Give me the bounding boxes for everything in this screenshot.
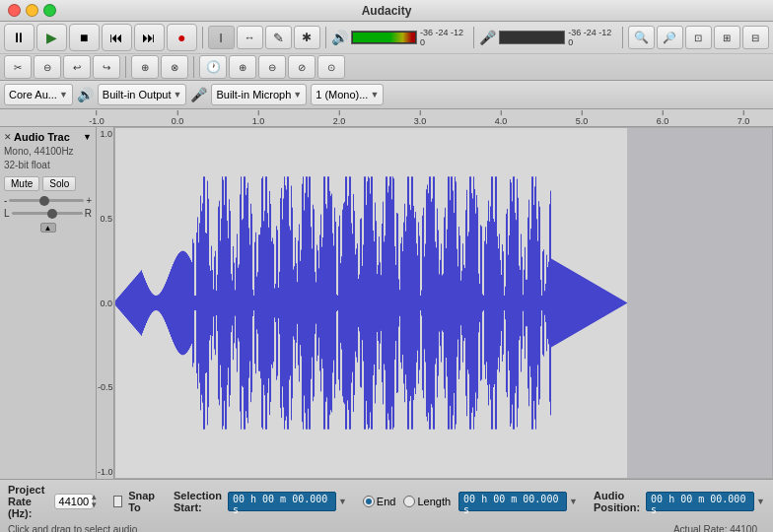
ruler-tick-2: 1.0	[252, 110, 265, 126]
ruler-tick-6: 5.0	[576, 110, 589, 126]
undo-button[interactable]: ↩	[63, 55, 91, 79]
bottom-status-text: Click and drag to select audio	[8, 524, 137, 532]
track-menu-button[interactable]: ▼	[83, 132, 92, 142]
trim-button[interactable]: ✂	[4, 55, 32, 79]
length-radio-text: Length	[417, 496, 451, 507]
track-name: Audio Trac	[14, 131, 81, 143]
pan-slider-thumb[interactable]	[47, 209, 57, 219]
snap-to-checkbox[interactable]	[113, 496, 122, 507]
title-bar: Audacity	[0, 0, 773, 22]
audio-pos-arrow[interactable]: ▼	[756, 497, 765, 506]
gain-minus-label: -	[4, 195, 7, 206]
redo-button[interactable]: ↪	[93, 55, 120, 79]
input-device-value: Built-in Microph	[216, 89, 291, 100]
envelope-tool-button[interactable]: ↔	[237, 26, 263, 49]
mic-icon: 🎤	[479, 30, 496, 45]
clock-icon-btn[interactable]: 🕐	[199, 55, 227, 79]
skip-forward-button[interactable]: ⏭	[134, 24, 165, 51]
input-volume-group: 🎤 -36 -24 -12 0	[479, 28, 616, 47]
channels-dropdown[interactable]: 1 (Mono)... ▼	[311, 84, 384, 105]
toolbar-separator-4	[622, 27, 623, 48]
end-time-group: 00 h 00 m 00.000 s ▼	[458, 492, 578, 511]
y-label-bottom: -1.0	[98, 467, 112, 477]
track-btn-row: Mute Solo	[4, 176, 92, 191]
pan-row: L R	[4, 208, 92, 219]
collapse-track-button[interactable]: ▲	[40, 223, 56, 233]
gain-row: - +	[4, 195, 92, 206]
time-input-arrow[interactable]: ▼	[338, 497, 347, 506]
waveform-display[interactable]	[114, 127, 773, 479]
audio-host-arrow: ▼	[59, 90, 68, 100]
play-button[interactable]: ▶	[36, 24, 67, 51]
device-dropdown-row: Core Au... ▼ 🔊 Built-in Output ▼ 🎤 Built…	[0, 81, 773, 109]
length-radio-label[interactable]: Length	[403, 496, 451, 507]
end-radio-label[interactable]: End	[363, 496, 396, 507]
zoom-waveform2-btn[interactable]: ⊖	[258, 55, 286, 79]
silence-button[interactable]: ⊖	[34, 55, 61, 79]
end-time-arrow[interactable]: ▼	[569, 497, 578, 506]
audio-position-label: Audio Position:	[594, 490, 640, 513]
status-row1: Project Rate (Hz): 44100 ▲ ▼ Snap To Sel…	[0, 480, 773, 523]
output-db-labels: -36 -24 -12 0	[420, 28, 468, 47]
output-vu-meter	[351, 31, 417, 44]
input-vu-meter	[499, 31, 565, 44]
cursor-tool-button[interactable]: I	[208, 26, 235, 49]
draw-tool-button[interactable]: ✎	[265, 26, 292, 49]
fit-project-button[interactable]: ⊡	[685, 26, 712, 49]
maximize-button[interactable]	[43, 4, 56, 17]
y-axis: 1.0 0.5 0.0 -0.5 -1.0	[97, 127, 114, 479]
skip-back-button[interactable]: ⏮	[102, 24, 132, 51]
end-time-input[interactable]: 00 h 00 m 00.000 s	[458, 492, 567, 511]
mute-button[interactable]: Mute	[4, 176, 39, 191]
input-device-dropdown[interactable]: Built-in Microph ▼	[211, 84, 307, 105]
end-radio-dot[interactable]	[363, 496, 375, 507]
track-close-button[interactable]: ✕	[4, 132, 12, 142]
zoom-tool-button[interactable]: ✱	[294, 26, 320, 49]
y-label-upper: 0.5	[98, 214, 112, 224]
zoom-waveform4-btn[interactable]: ⊙	[317, 55, 345, 79]
zoom-waveform-btn[interactable]: ⊕	[229, 55, 256, 79]
track-bit-depth: 32-bit float	[4, 159, 92, 172]
project-rate-group: Project Rate (Hz): 44100 ▲ ▼	[8, 484, 98, 519]
rate-spin-down[interactable]: ▼	[90, 501, 98, 509]
gain-slider-thumb[interactable]	[39, 196, 49, 206]
pan-slider-track[interactable]	[12, 212, 83, 215]
y-label-top: 1.0	[98, 129, 112, 139]
audio-position-input[interactable]: 00 h 00 m 00.000 s	[646, 492, 754, 511]
snap-to-group: Snap To	[113, 490, 158, 513]
length-radio-dot[interactable]	[403, 496, 415, 507]
zoom-waveform3-btn[interactable]: ⊘	[288, 55, 316, 79]
status-bar: Project Rate (Hz): 44100 ▲ ▼ Snap To Sel…	[0, 479, 773, 532]
waveform-container[interactable]: 1.0 0.5 0.0 -0.5 -1.0	[97, 127, 773, 479]
record-button[interactable]: ●	[167, 24, 197, 51]
audio-host-dropdown[interactable]: Core Au... ▼	[4, 84, 73, 105]
tools-row-2: ✂ ⊖ ↩ ↪ ⊕ ⊗ 🕐 ⊕ ⊖ ⊘ ⊙	[0, 54, 773, 80]
zoom-toggle-button[interactable]: ⊟	[742, 26, 769, 49]
actual-rate-text: Actual Rate: 44100	[673, 524, 757, 532]
output-device-arrow: ▼	[174, 90, 182, 100]
toolbar-separator-3	[473, 27, 474, 48]
project-rate-value[interactable]: 44100	[54, 494, 95, 509]
solo-button[interactable]: Solo	[42, 176, 76, 191]
gain-slider-track[interactable]	[9, 199, 84, 202]
ruler-tick-7: 6.0	[657, 110, 669, 126]
zoom-sel-button[interactable]: ⊞	[714, 26, 740, 49]
waveform-canvas[interactable]	[115, 128, 772, 478]
project-rate-spinner[interactable]: ▲ ▼	[90, 494, 98, 509]
input-db-labels: -36 -24 -12 0	[568, 28, 616, 47]
zoom-in-button[interactable]: 🔍	[628, 26, 655, 49]
close-button[interactable]	[8, 4, 21, 17]
audio-position-group: Audio Position: 00 h 00 m 00.000 s ▼	[594, 490, 765, 513]
output-device-dropdown[interactable]: Built-in Output ▼	[98, 84, 187, 105]
import-button[interactable]: ⊗	[161, 55, 188, 79]
pan-r-label: R	[85, 208, 92, 219]
minimize-button[interactable]	[26, 4, 38, 17]
zoom-out-button[interactable]: 🔎	[657, 26, 683, 49]
selection-start-input[interactable]: 00 h 00 m 00.000 s	[228, 492, 336, 511]
window-controls[interactable]	[8, 4, 56, 17]
stop-button[interactable]: ■	[69, 24, 100, 51]
speaker-output-icon: 🔊	[77, 87, 94, 102]
audio-position-time-group: 00 h 00 m 00.000 s ▼	[646, 492, 765, 511]
pause-button[interactable]: ⏸	[4, 24, 35, 51]
mix-button[interactable]: ⊕	[131, 55, 159, 79]
